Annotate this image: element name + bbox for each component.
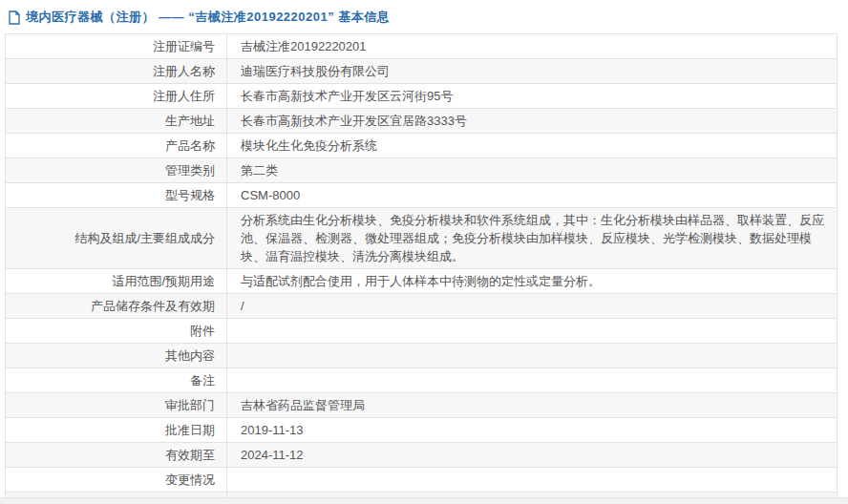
row-value: 与适配试剂配合使用，用于人体样本中待测物的定性或定量分析。	[227, 269, 837, 294]
page-header: 境内医疗器械（注册） —— “吉械注准20192220201” 基本信息	[0, 0, 848, 33]
row-label: 变更情况	[6, 468, 227, 493]
table-row: 型号规格CSM-8000	[6, 183, 837, 208]
row-label: 备注	[6, 368, 227, 393]
table-row: 批准日期2019-11-13	[6, 418, 837, 443]
table-row: 备注	[6, 368, 837, 393]
row-value: 第二类	[227, 158, 837, 183]
info-table: 注册证编号吉械注准20192220201注册人名称迪瑞医疗科技股份有限公司注册人…	[5, 33, 837, 504]
row-value	[227, 344, 837, 368]
row-label: 批准日期	[6, 418, 227, 443]
row-label: 有效期至	[6, 443, 227, 468]
row-label: 审批部门	[6, 393, 227, 418]
row-label: 产品名称	[6, 134, 227, 158]
document-icon	[8, 10, 21, 25]
page-title: 境内医疗器械（注册） —— “吉械注准20192220201” 基本信息	[26, 9, 390, 26]
bottom-strip	[0, 497, 848, 504]
row-value	[227, 468, 837, 493]
table-row: 审批部门吉林省药品监督管理局	[6, 393, 837, 418]
table-row: 产品名称模块化生化免疫分析系统	[6, 134, 837, 158]
row-label: 适用范围/预期用途	[6, 269, 227, 294]
row-label: 注册人住所	[6, 84, 227, 109]
table-row: 注册证编号吉械注准20192220201	[6, 34, 837, 59]
row-label: 产品储存条件及有效期	[6, 294, 227, 319]
row-value: 长春市高新技术产业开发区宜居路3333号	[227, 109, 837, 134]
row-value: 迪瑞医疗科技股份有限公司	[227, 59, 837, 84]
row-value	[227, 368, 837, 393]
info-table-body: 注册证编号吉械注准20192220201注册人名称迪瑞医疗科技股份有限公司注册人…	[6, 34, 837, 504]
row-label: 生产地址	[6, 109, 227, 134]
table-row: 变更情况	[6, 468, 837, 493]
table-row: 有效期至2024-11-12	[6, 443, 837, 468]
row-label: 型号规格	[6, 183, 227, 208]
row-value: 分析系统由生化分析模块、免疫分析模块和软件系统组成，其中：生化分析模块由样品器、…	[227, 208, 837, 269]
table-row: 注册人名称迪瑞医疗科技股份有限公司	[6, 59, 837, 84]
row-value: 吉林省药品监督管理局	[227, 393, 837, 418]
row-value: 2024-11-12	[227, 443, 837, 468]
row-value: /	[227, 294, 837, 319]
table-row: 结构及组成/主要组成成分分析系统由生化分析模块、免疫分析模块和软件系统组成，其中…	[6, 208, 837, 269]
row-label: 结构及组成/主要组成成分	[6, 208, 227, 269]
row-label: 附件	[6, 319, 227, 344]
table-row: 注册人住所长春市高新技术产业开发区云河街95号	[6, 84, 837, 109]
row-value: 模块化生化免疫分析系统	[227, 134, 837, 158]
table-row: 其他内容	[6, 344, 837, 368]
row-value: CSM-8000	[227, 183, 837, 208]
table-row: 管理类别第二类	[6, 158, 837, 183]
table-row: 附件	[6, 319, 837, 344]
row-value: 2019-11-13	[227, 418, 837, 443]
row-label: 其他内容	[6, 344, 227, 368]
row-value: 长春市高新技术产业开发区云河街95号	[227, 84, 837, 109]
table-row: 生产地址长春市高新技术产业开发区宜居路3333号	[6, 109, 837, 134]
table-row: 产品储存条件及有效期/	[6, 294, 837, 319]
table-row: 适用范围/预期用途与适配试剂配合使用，用于人体样本中待测物的定性或定量分析。	[6, 269, 837, 294]
row-label: 注册人名称	[6, 59, 227, 84]
row-label: 管理类别	[6, 158, 227, 183]
row-value	[227, 319, 837, 344]
row-label: 注册证编号	[6, 34, 227, 59]
row-value: 吉械注准20192220201	[227, 34, 837, 59]
